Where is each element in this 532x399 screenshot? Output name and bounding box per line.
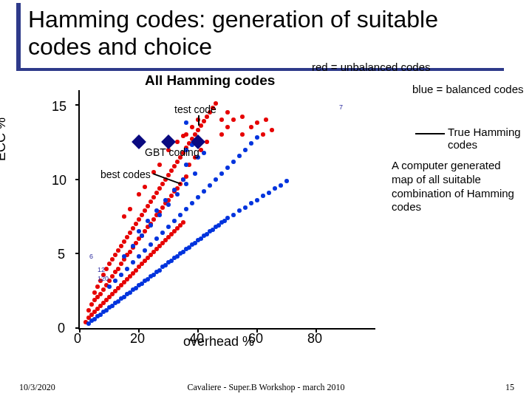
data-point-unbalanced — [249, 125, 253, 129]
data-point-unbalanced — [122, 239, 126, 244]
data-point-unbalanced — [169, 168, 174, 173]
data-point-unbalanced — [240, 132, 245, 137]
data-point-balanced — [237, 154, 242, 158]
data-point-unbalanced — [119, 244, 123, 248]
data-point-balanced — [249, 201, 253, 205]
chart-title: All Hamming codes — [145, 72, 275, 89]
data-point-unbalanced — [181, 220, 185, 225]
data-point-unbalanced — [157, 186, 162, 191]
data-point-unbalanced — [140, 213, 144, 217]
data-point-balanced — [184, 182, 188, 186]
data-point-unbalanced — [160, 205, 165, 210]
data-point-unbalanced — [86, 308, 91, 313]
data-point-balanced — [202, 189, 206, 194]
data-point-balanced — [107, 284, 112, 289]
data-point-balanced — [202, 151, 206, 155]
data-point-balanced — [231, 160, 236, 164]
small-num-120: 120 — [98, 275, 109, 282]
data-point-unbalanced — [202, 119, 206, 123]
data-point-balanced — [131, 244, 135, 248]
data-point-balanced — [243, 148, 248, 152]
data-point-unbalanced — [110, 274, 115, 279]
data-point-balanced — [175, 192, 180, 197]
data-point-balanced — [149, 223, 153, 228]
data-point-unbalanced — [166, 173, 171, 177]
data-point-balanced — [125, 267, 129, 271]
data-point-unbalanced — [175, 160, 180, 164]
data-point-balanced — [113, 279, 117, 283]
data-point-unbalanced — [240, 115, 245, 119]
data-point-balanced — [196, 195, 200, 200]
data-point-balanced — [157, 213, 162, 217]
data-point-unbalanced — [110, 257, 115, 262]
xtick-40: 40 — [189, 331, 204, 347]
data-point-unbalanced — [149, 200, 153, 204]
data-point-balanced — [172, 188, 177, 192]
data-point-unbalanced — [175, 140, 180, 144]
data-point-unbalanced — [219, 117, 224, 122]
data-point-unbalanced — [128, 250, 132, 254]
ytick-5: 5 — [58, 247, 65, 262]
data-point-balanced — [166, 202, 171, 207]
data-point-balanced — [237, 208, 242, 213]
data-point-unbalanced — [98, 292, 103, 296]
caption-text: A computer generated map of all suitable… — [392, 159, 521, 214]
title-frame: Hamming codes: generation of suitable co… — [16, 3, 504, 71]
data-point-unbalanced — [225, 110, 230, 115]
data-point-unbalanced — [261, 132, 265, 137]
footer-center: Cavaliere - Super.B Workshop - march 201… — [0, 382, 532, 393]
data-point-unbalanced — [116, 248, 120, 253]
small-num-6: 6 — [89, 253, 93, 260]
data-point-unbalanced — [113, 253, 117, 257]
xtick-20: 20 — [130, 331, 145, 347]
data-point-unbalanced — [219, 132, 224, 137]
data-point-balanced — [190, 201, 194, 205]
data-point-balanced — [160, 231, 165, 235]
data-point-unbalanced — [137, 192, 141, 197]
data-point-unbalanced — [107, 262, 112, 266]
data-point-balanced — [284, 179, 289, 183]
data-point-balanced — [184, 207, 188, 211]
data-point-balanced — [219, 171, 224, 176]
data-point-unbalanced — [205, 115, 209, 119]
ytick-0: 0 — [58, 321, 65, 336]
data-point-unbalanced — [137, 217, 141, 222]
legend-blue-text: blue = balanced codes — [412, 83, 524, 95]
xtick-60: 60 — [248, 331, 263, 347]
data-point-unbalanced — [160, 182, 165, 186]
data-point-unbalanced — [146, 204, 150, 208]
data-point-unbalanced — [119, 262, 123, 266]
data-point-balanced — [163, 198, 168, 202]
data-point-balanced — [249, 141, 253, 146]
data-point-unbalanced — [264, 117, 268, 122]
small-num-12: 12 — [98, 266, 105, 273]
data-point-balanced — [181, 177, 185, 182]
ytick-mark — [75, 253, 80, 254]
data-point-balanced — [154, 236, 159, 241]
anno-gbt-coding: GBT coding — [145, 146, 200, 158]
data-point-balanced — [225, 166, 230, 170]
data-point-unbalanced — [172, 164, 177, 168]
data-point-balanced — [149, 242, 153, 247]
data-point-balanced — [273, 186, 277, 191]
data-point-balanced — [255, 135, 259, 140]
data-point-unbalanced — [125, 235, 129, 239]
y-axis-label: ECC % — [0, 117, 9, 161]
data-point-balanced — [119, 273, 123, 277]
data-point-unbalanced — [143, 208, 147, 213]
data-point-unbalanced — [116, 267, 120, 271]
ytick-10: 10 — [52, 173, 66, 188]
data-point-unbalanced — [128, 231, 132, 235]
anno-best-codes: best codes — [100, 168, 151, 180]
data-point-unbalanced — [181, 134, 185, 138]
chart: All Hamming codes ECC % overhead % 0 5 1… — [27, 72, 389, 353]
legend-red-text: red = unbalanced codes — [312, 61, 431, 73]
diamond-marker — [132, 135, 146, 150]
data-point-unbalanced — [131, 226, 135, 231]
ytick-mark — [75, 179, 80, 180]
data-point-unbalanced — [205, 140, 209, 144]
data-point-unbalanced — [92, 290, 97, 295]
data-point-balanced — [243, 205, 248, 210]
data-point-unbalanced — [89, 302, 94, 307]
data-point-unbalanced — [122, 214, 126, 219]
